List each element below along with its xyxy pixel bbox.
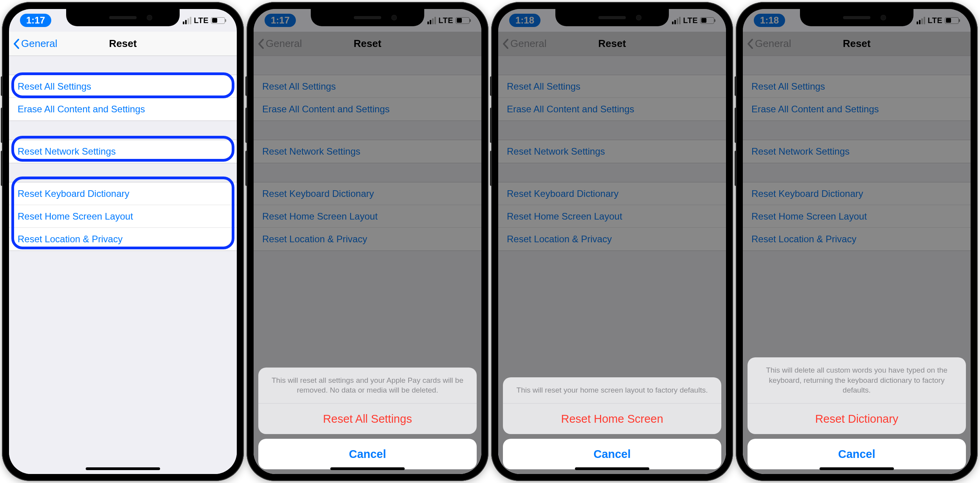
row-label: Reset Location & Privacy: [18, 234, 122, 245]
cancel-button[interactable]: Cancel: [258, 439, 477, 469]
reset-home-screen-row[interactable]: Reset Home Screen Layout: [9, 205, 237, 228]
reset-keyboard-row[interactable]: Reset Keyboard Dictionary: [9, 182, 237, 205]
nav-bar: General Reset: [9, 32, 237, 56]
chevron-left-icon: [13, 38, 20, 49]
action-sheet: This will reset all settings and your Ap…: [258, 368, 477, 469]
signal-icon: [183, 17, 191, 24]
phone-frame: 1:18 LTE General Reset Reset All Setting…: [491, 2, 733, 481]
network-label: LTE: [194, 16, 209, 25]
sheet-action-label: Reset Home Screen: [561, 413, 663, 425]
sheet-destructive-button[interactable]: Reset Home Screen: [503, 404, 721, 434]
cancel-button[interactable]: Cancel: [503, 439, 721, 469]
screen: 1:18 LTE General Reset Reset All Setting…: [743, 9, 971, 474]
reset-location-row[interactable]: Reset Location & Privacy: [9, 228, 237, 251]
home-indicator[interactable]: [330, 467, 405, 470]
reset-network-row[interactable]: Reset Network Settings: [9, 140, 237, 163]
phone-frame: 1:18 LTE General Reset Reset All Setting…: [736, 2, 978, 481]
notch: [555, 9, 669, 26]
row-label: Reset Network Settings: [18, 146, 116, 157]
screen: 1:17 LTE General Reset Reset All Setting…: [9, 9, 237, 474]
notch: [311, 9, 424, 26]
screen: 1:17 LTE General Reset Reset All Setting…: [254, 9, 481, 474]
reset-all-settings-row[interactable]: Reset All Settings: [9, 75, 237, 98]
back-label: General: [21, 38, 58, 50]
notch: [66, 9, 180, 26]
sheet-message: This will reset your home screen layout …: [503, 377, 721, 404]
row-label: Reset Home Screen Layout: [18, 211, 133, 222]
home-indicator[interactable]: [820, 467, 894, 470]
home-indicator[interactable]: [86, 467, 160, 470]
cancel-label: Cancel: [349, 448, 386, 461]
action-sheet: This will reset your home screen layout …: [503, 377, 721, 469]
battery-icon: [211, 17, 225, 24]
row-label: Erase All Content and Settings: [18, 104, 145, 115]
screen: 1:18 LTE General Reset Reset All Setting…: [498, 9, 726, 474]
back-button[interactable]: General: [13, 38, 58, 50]
erase-all-content-row[interactable]: Erase All Content and Settings: [9, 98, 237, 121]
phone-frame: 1:17 LTE General Reset Reset All Setting…: [2, 2, 244, 481]
status-icons: LTE: [183, 16, 225, 25]
sheet-destructive-button[interactable]: Reset Dictionary: [748, 404, 966, 434]
phone-frame: 1:17 LTE General Reset Reset All Setting…: [247, 2, 488, 481]
cancel-label: Cancel: [593, 448, 631, 461]
notch: [800, 9, 913, 26]
sheet-message: This will reset all settings and your Ap…: [258, 368, 477, 404]
sheet-message: This will delete all custom words you ha…: [748, 357, 966, 404]
cancel-button[interactable]: Cancel: [748, 439, 966, 469]
sheet-action-label: Reset All Settings: [323, 413, 412, 425]
row-label: Reset Keyboard Dictionary: [18, 188, 129, 199]
content-area: Reset All Settings Erase All Content and…: [9, 56, 237, 474]
action-sheet: This will delete all custom words you ha…: [748, 357, 966, 469]
home-indicator[interactable]: [575, 467, 649, 470]
sheet-action-label: Reset Dictionary: [815, 413, 899, 425]
sheet-destructive-button[interactable]: Reset All Settings: [258, 404, 477, 434]
status-time: 1:17: [20, 14, 51, 27]
row-label: Reset All Settings: [18, 81, 91, 92]
cancel-label: Cancel: [838, 448, 875, 461]
